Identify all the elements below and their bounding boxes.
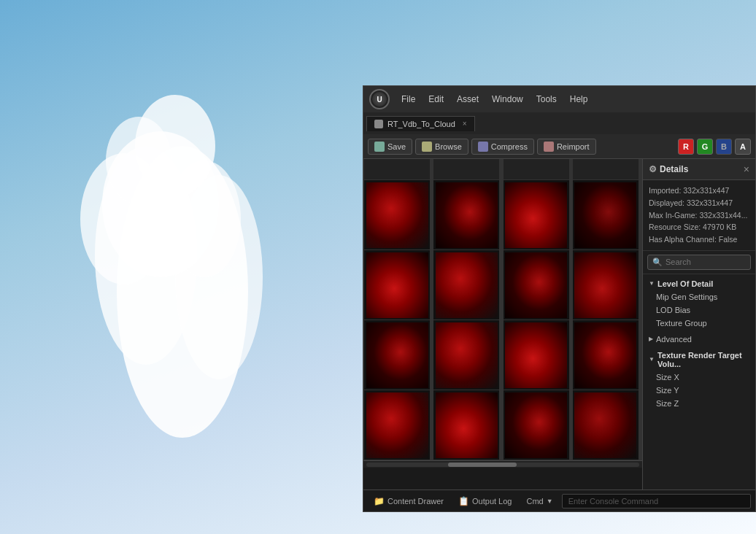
reimport-icon xyxy=(544,142,554,152)
max-ingame-info: Max In-Game: 332x331x44... xyxy=(649,209,749,222)
mip-gen-settings-item[interactable]: Mip Gen Settings xyxy=(643,290,755,303)
lod-section-label: Level Of Detail xyxy=(657,279,713,288)
menu-tools[interactable]: Tools xyxy=(531,91,563,107)
list-item[interactable] xyxy=(504,320,569,390)
lod-section: ▼ Level Of Detail Mip Gen Settings LOD B… xyxy=(643,274,755,333)
editor-window: U File Edit Asset Window Tools Help RT_V… xyxy=(363,85,756,512)
imported-info: Imported: 332x331x447 xyxy=(649,185,749,197)
advanced-label: Advanced xyxy=(656,335,692,344)
size-z-item[interactable]: Size Z xyxy=(643,397,755,410)
lod-section-header[interactable]: ▼ Level Of Detail xyxy=(643,277,755,290)
search-icon: 🔍 xyxy=(652,258,663,267)
list-item[interactable] xyxy=(504,250,569,320)
tab-bar: RT_Vdb_To_Cloud × xyxy=(363,112,755,134)
list-item[interactable] xyxy=(364,390,430,460)
reimport-button[interactable]: Reimport xyxy=(537,139,596,155)
tab-close-button[interactable]: × xyxy=(463,120,467,128)
title-bar: U File Edit Asset Window Tools Help xyxy=(363,86,755,112)
list-item[interactable] xyxy=(573,180,639,249)
browse-button[interactable]: Browse xyxy=(415,139,468,155)
svg-point-7 xyxy=(106,117,171,204)
menu-file[interactable]: File xyxy=(396,91,421,107)
save-button[interactable]: Save xyxy=(368,139,412,155)
channel-g-button[interactable]: G xyxy=(697,139,713,155)
details-close-button[interactable]: × xyxy=(744,163,749,175)
cloud-svg xyxy=(0,0,365,533)
compress-button[interactable]: Compress xyxy=(471,139,534,155)
table-row xyxy=(504,159,569,179)
menu-bar: File Edit Asset Window Tools Help xyxy=(396,91,749,107)
menu-edit[interactable]: Edit xyxy=(423,91,450,107)
has-alpha-info: Has Alpha Channel: False xyxy=(649,233,749,246)
menu-window[interactable]: Window xyxy=(486,91,529,107)
list-item[interactable] xyxy=(573,250,639,320)
tab-label: RT_Vdb_To_Cloud xyxy=(387,120,455,128)
compress-icon xyxy=(478,142,488,152)
render-target-label: Texture Render Target Volu... xyxy=(657,351,749,368)
list-item[interactable] xyxy=(573,390,639,460)
content-drawer-label: Content Drawer xyxy=(387,497,444,506)
texture-grid xyxy=(363,159,642,490)
cmd-label: Cmd xyxy=(526,497,543,506)
save-icon xyxy=(374,142,385,152)
content-drawer-button[interactable]: 📁 Content Drawer xyxy=(368,494,450,508)
content-area: ⚙ Details × Imported: 332x331x447 Displa… xyxy=(363,159,755,490)
output-log-label: Output Log xyxy=(472,497,512,506)
details-info-section: Imported: 332x331x447 Displayed: 332x331… xyxy=(643,180,755,251)
channel-a-button[interactable]: A xyxy=(735,139,751,155)
toolbar: Save Browse Compress Reimport R G B A xyxy=(363,134,755,159)
table-row xyxy=(364,159,430,179)
details-title-label: Details xyxy=(660,164,688,174)
scrollbar-thumb[interactable] xyxy=(448,463,517,467)
list-item[interactable] xyxy=(433,320,499,390)
horizontal-scrollbar[interactable] xyxy=(363,460,642,468)
search-box: 🔍 xyxy=(647,255,751,270)
tab-icon xyxy=(374,120,383,128)
details-icon: ⚙ xyxy=(649,164,657,174)
list-item[interactable] xyxy=(364,180,430,249)
list-item[interactable] xyxy=(364,320,430,390)
size-y-item[interactable]: Size Y xyxy=(643,384,755,397)
size-x-item[interactable]: Size X xyxy=(643,371,755,384)
cmd-chevron-icon: ▼ xyxy=(547,498,553,505)
lod-arrow-icon: ▼ xyxy=(649,280,655,287)
content-drawer-icon: 📁 xyxy=(374,496,385,506)
resource-size-info: Resource Size: 47970 KB xyxy=(649,221,749,233)
menu-help[interactable]: Help xyxy=(564,91,594,107)
list-item[interactable] xyxy=(573,320,639,390)
render-target-section: ▼ Texture Render Target Volu... Size X S… xyxy=(643,346,755,413)
ue-logo: U xyxy=(369,89,390,109)
console-input[interactable] xyxy=(562,494,751,508)
list-item[interactable] xyxy=(364,250,430,320)
displayed-info: Displayed: 332x331x447 xyxy=(649,197,749,209)
channel-b-button[interactable]: B xyxy=(716,139,732,155)
output-log-icon: 📋 xyxy=(458,496,469,506)
browse-icon xyxy=(422,142,432,152)
output-log-button[interactable]: 📋 Output Log xyxy=(452,494,517,508)
cmd-button[interactable]: Cmd ▼ xyxy=(520,495,558,508)
table-row xyxy=(573,159,639,179)
list-item[interactable] xyxy=(504,390,569,460)
texture-group-item[interactable]: Texture Group xyxy=(643,317,755,330)
scrollbar-track xyxy=(366,463,639,467)
menu-asset[interactable]: Asset xyxy=(451,91,485,107)
render-target-section-header[interactable]: ▼ Texture Render Target Volu... xyxy=(643,349,755,371)
advanced-arrow-icon: ▶ xyxy=(649,336,653,342)
list-item[interactable] xyxy=(433,180,499,249)
list-item[interactable] xyxy=(433,250,499,320)
lod-bias-item[interactable]: LOD Bias xyxy=(643,303,755,317)
status-bar: 📁 Content Drawer 📋 Output Log Cmd ▼ xyxy=(363,490,755,511)
texture-grid-container xyxy=(363,159,642,460)
render-target-arrow-icon: ▼ xyxy=(649,356,655,363)
details-search-area: 🔍 xyxy=(643,251,755,274)
tab-rt-vdb[interactable]: RT_Vdb_To_Cloud × xyxy=(366,116,475,131)
channel-r-button[interactable]: R xyxy=(678,139,694,155)
details-header: ⚙ Details × xyxy=(643,159,755,180)
list-item[interactable] xyxy=(504,180,569,249)
table-row xyxy=(433,159,499,179)
list-item[interactable] xyxy=(433,390,499,460)
details-title-bar: ⚙ Details xyxy=(649,164,688,174)
search-input[interactable] xyxy=(666,258,746,266)
details-panel: ⚙ Details × Imported: 332x331x447 Displa… xyxy=(642,159,755,490)
advanced-section-header[interactable]: ▶ Advanced xyxy=(643,333,755,346)
